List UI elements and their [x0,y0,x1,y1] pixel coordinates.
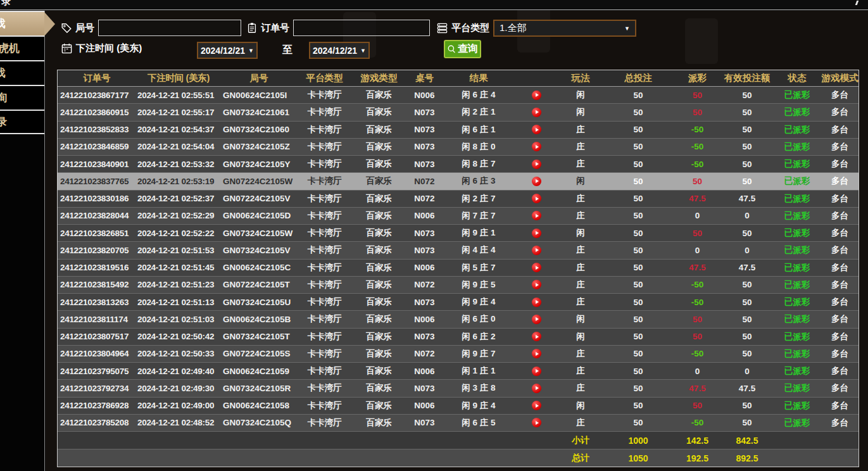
table-row[interactable]: 2412210238468592024-12-21 02:54:04GN0732… [58,138,859,155]
play-icon[interactable] [532,108,541,117]
status-badge: 已派彩 [773,122,821,138]
cell: 多台 [821,173,859,189]
sidebar-item-live-games[interactable]: 戏 [0,11,44,35]
cell: 50 [721,398,773,414]
cell: 百家乐 [352,242,406,258]
play-icon[interactable] [532,315,541,324]
cell: 闲 9 庄 7 [443,346,514,362]
cell: 百家乐 [352,311,406,327]
cell: 百家乐 [352,398,406,414]
play-icon[interactable] [532,349,541,358]
grand_total-row: 总计1050192.5892.5 [58,449,859,467]
platform-type-select[interactable]: 1.全部 ▼ [493,20,636,37]
table-row[interactable]: 2412210237852082024-12-21 02:48:52GN0732… [58,414,859,431]
play-triangle [536,404,539,408]
date-to-picker[interactable]: 2024/12/21 ▼ [309,42,370,59]
cell: N073 [406,104,443,120]
table-row[interactable]: 2412210238609152024-12-21 02:55:17GN0732… [58,103,859,120]
cell: 0 [721,242,773,258]
play-icon[interactable] [532,160,541,169]
play-icon[interactable] [532,177,541,186]
play-icon[interactable] [532,298,541,307]
play-icon[interactable] [532,194,541,203]
table-row[interactable]: 2412210237927342024-12-21 02:49:30GN0732… [58,379,859,396]
play-icon[interactable] [532,332,541,341]
cell: 2024-12-21 02:55:51 [136,87,221,103]
play-icon[interactable] [532,401,541,410]
col-header: 桌号 [406,70,443,86]
play-icon[interactable] [532,418,541,427]
cell: 百家乐 [352,329,406,345]
table-row[interactable]: 2412210237950752024-12-21 02:49:40GN0062… [58,362,859,379]
cell: GN07224C2105T [221,277,297,293]
cell: 50 [603,139,674,155]
date-from-picker[interactable]: 2024/12/21 ▼ [197,42,258,59]
cell: N006 [406,260,443,276]
platform-type-label: 平台类型 [451,22,489,34]
play-icon[interactable] [532,246,541,255]
play-icon[interactable] [532,142,541,151]
subtotal-label: 小计 [558,432,603,449]
cell: 多台 [821,225,859,241]
grand_total-value: 892.5 [721,449,773,467]
play-icon[interactable] [532,263,541,272]
play-icon[interactable] [532,125,541,134]
table-row[interactable]: 2412210238154922024-12-21 02:51:23GN0722… [58,276,859,293]
table-row[interactable]: 2412210238671772024-12-21 02:55:51GN0062… [58,87,859,103]
table-row[interactable]: 2412210238207052024-12-21 02:51:53GN0732… [58,241,859,258]
play-icon[interactable] [532,91,541,100]
table-row[interactable]: 2412210238280442024-12-21 02:52:29GN0062… [58,207,859,224]
table-row[interactable]: 2412210238075172024-12-21 02:50:42GN0732… [58,328,859,345]
cell: 2024-12-21 02:54:04 [136,139,221,155]
play-triangle [536,214,539,218]
play-icon[interactable] [532,367,541,376]
cell: 241221023852833 [58,122,136,138]
payout-cell: 50 [674,329,721,345]
table-row[interactable]: 2412210237869282024-12-21 02:49:00GN0062… [58,397,859,414]
cell: 百家乐 [352,208,406,224]
cell: 241221023795075 [58,363,136,379]
play-triangle [536,300,539,304]
cell: 2024-12-21 02:50:33 [136,346,221,362]
window-titlebar: 录 [0,0,868,10]
play-triangle [536,162,539,166]
table-row[interactable]: 2412210238268512024-12-21 02:52:22GN0732… [58,224,859,241]
header-row: 订单号下注时间 (美东)局号平台类型游戏类型桌号结果玩法总投注派彩有效投注额状态… [58,70,859,87]
replay-cell [514,277,558,293]
play-icon[interactable] [532,229,541,238]
cell: 2024-12-21 02:50:42 [136,329,221,345]
table-row[interactable]: 2412210238377652024-12-21 02:53:19GN0722… [58,172,859,189]
order-id-input[interactable] [293,20,430,36]
cell: 241221023846859 [58,139,136,155]
round-id-input[interactable] [98,20,241,36]
cell: 百家乐 [352,122,406,138]
table-row[interactable]: 2412210238132632024-12-21 02:51:13GN0732… [58,293,859,310]
sidebar-item-slots[interactable]: 虎机 [0,35,44,60]
cell: 241221023830186 [58,191,136,207]
search-button[interactable]: 查询 [444,40,481,58]
table-row[interactable]: 2412210238301862024-12-21 02:52:37GN0722… [58,190,859,207]
play-triangle [536,248,539,252]
table-row[interactable]: 2412210238049642024-12-21 02:50:33GN0722… [58,345,859,362]
play-icon[interactable] [532,280,541,289]
grand_total-value: 192.5 [674,449,721,467]
sidebar-item-games[interactable]: 戏 [0,60,44,85]
play-icon[interactable] [532,211,541,220]
play-triangle [536,283,539,287]
sidebar-item-query[interactable]: 询 [0,85,44,110]
table-row[interactable]: 2412210238195162024-12-21 02:51:45GN0062… [58,259,859,276]
cell: GN07224C2105S [221,346,297,362]
table-row[interactable]: 2412210238409012024-12-21 02:53:32GN0732… [58,155,859,172]
table-row[interactable]: 2412210238111742024-12-21 02:51:03GN0062… [58,310,859,327]
cell: 庄 [558,260,603,276]
sidebar-item-records[interactable]: 录 [0,110,44,134]
cell: 卡卡湾厅 [297,380,352,396]
cell: 闲 [558,104,603,120]
table-row[interactable]: 2412210238528332024-12-21 02:54:37GN0732… [58,121,859,138]
play-triangle [536,93,539,97]
subtotal-row: 小计1000142.5842.5 [58,431,859,449]
close-icon[interactable] [855,1,859,5]
play-icon[interactable] [532,384,541,393]
status-badge: 已派彩 [773,139,821,155]
cell: 0 [721,208,773,224]
